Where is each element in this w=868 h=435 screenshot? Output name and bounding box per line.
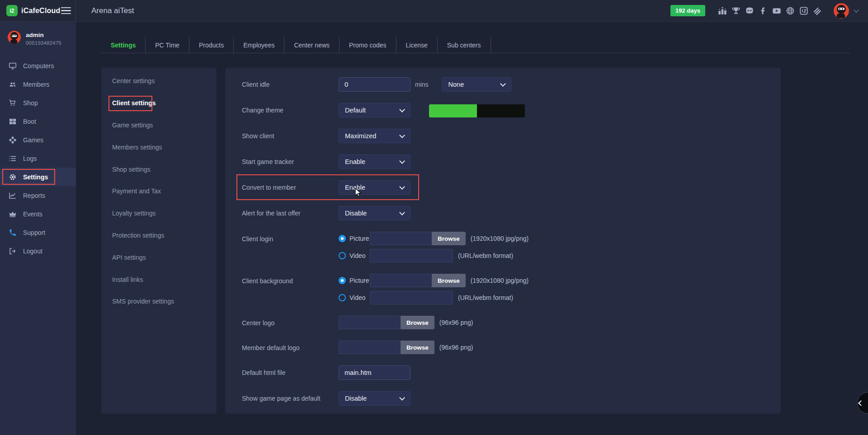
client-background-picture-input[interactable] (370, 274, 432, 287)
sidebar-item-reports[interactable]: Reports (0, 186, 76, 205)
sidebar-item-games[interactable]: Games (0, 131, 76, 149)
subnav-install-links[interactable]: Install links (101, 268, 217, 290)
discord-icon[interactable] (745, 6, 754, 15)
client-idle-input[interactable] (339, 77, 410, 92)
client-login-video-radio[interactable] (339, 252, 346, 259)
subnav-label: Client settings (112, 99, 156, 107)
page-title: Arena aiTest (91, 6, 134, 15)
subnav-payment-and-tax[interactable]: Payment and Tax (101, 180, 217, 202)
collapse-panel-button[interactable] (857, 392, 868, 414)
sidebar-item-settings[interactable]: Settings (0, 168, 76, 186)
trophy-icon[interactable] (731, 6, 741, 15)
field-label: Client idle (242, 77, 339, 88)
client-background-picture-browse-button[interactable]: Browse (432, 274, 466, 287)
convert-to-member-select[interactable]: Enable (339, 180, 410, 195)
field-label: Client background (242, 274, 339, 285)
sidebar-item-label: Events (23, 210, 42, 218)
center-logo-browse-button[interactable]: Browse (401, 316, 434, 329)
field-label: Center logo (242, 316, 339, 327)
client-idle-action-select[interactable]: None (442, 77, 511, 92)
cart-icon (9, 99, 17, 107)
client-login-picture-browse-button[interactable]: Browse (432, 232, 466, 245)
layers-icon[interactable] (813, 6, 822, 15)
format-note: (1920x1080 jpg/png) (471, 277, 528, 284)
show-game-page-select[interactable]: Disable (339, 391, 410, 406)
tab-settings[interactable]: Settings (101, 37, 146, 53)
subnav-label: Center settings (112, 77, 155, 84)
client-login-picture-input[interactable] (370, 232, 432, 245)
sidebar-item-members[interactable]: Members (0, 75, 76, 94)
subnav-loyalty-settings[interactable]: Loyalty settings (101, 202, 217, 225)
sidebar-item-events[interactable]: Events (0, 205, 76, 223)
row-default-html-file: Default html file (242, 365, 767, 380)
client-background-video-radio[interactable] (339, 294, 346, 301)
field-label: Client login (242, 232, 339, 243)
select-value: Enable (345, 184, 365, 191)
sidebar-user[interactable]: admin 005193482475 (0, 22, 76, 50)
client-login-video-input[interactable] (370, 249, 453, 262)
chevron-down-icon[interactable] (854, 7, 859, 12)
sidebar-item-support[interactable]: Support (0, 223, 76, 242)
start-game-tracker-select[interactable]: Enable (339, 154, 410, 169)
chart-icon (9, 192, 17, 200)
client-login-picture-radio[interactable] (339, 235, 346, 242)
logo-text: iCafeCloud (21, 7, 60, 15)
gamepad-icon (9, 136, 17, 144)
sidebar-item-logout[interactable]: Logout (0, 242, 76, 260)
facebook-icon[interactable] (759, 6, 768, 15)
subnav-label: Game settings (112, 122, 153, 129)
client-background-video-input[interactable] (370, 291, 453, 304)
center-logo-input[interactable] (339, 316, 401, 329)
member-default-logo-browse-button[interactable]: Browse (401, 341, 434, 354)
license-days-badge[interactable]: 192 days (670, 5, 705, 16)
subnav-center-settings[interactable]: Center settings (101, 70, 217, 92)
user-avatar[interactable] (834, 3, 849, 19)
icafecloud-icon[interactable] (799, 6, 808, 15)
tab-products[interactable]: Products (189, 37, 234, 53)
hamburger-menu-icon[interactable] (61, 5, 71, 16)
format-note: (URL/webm format) (458, 294, 513, 301)
crown-icon (9, 210, 17, 218)
row-show-client: Show client Maximized (242, 129, 767, 143)
user-id: 005193482475 (26, 40, 61, 46)
subnav-shop-settings[interactable]: Shop settings (101, 158, 217, 180)
member-default-logo-input[interactable] (339, 341, 401, 354)
youtube-icon[interactable] (772, 6, 781, 15)
subnav-label: Payment and Tax (112, 187, 161, 195)
sidebar-item-boot[interactable]: Boot (0, 112, 76, 131)
topbar-icons (718, 6, 822, 15)
tab-sub-centers[interactable]: Sub centers (438, 37, 491, 53)
tab-center-news[interactable]: Center news (284, 37, 340, 53)
subnav-protection-settings[interactable]: Protection settings (101, 225, 217, 247)
change-theme-select[interactable]: Default (339, 103, 410, 117)
tab-license[interactable]: License (396, 37, 438, 53)
globe-icon[interactable] (786, 6, 795, 15)
subnav-client-settings[interactable]: Client settings (101, 92, 217, 114)
tab-pc-time[interactable]: PC Time (146, 37, 189, 53)
client-settings-form-panel: Client idle mins None Change theme Defau… (225, 68, 781, 414)
subnav-sms-provider-settings[interactable]: SMS provider settings (101, 290, 217, 313)
select-value: Enable (345, 158, 365, 165)
brand: i2 iCafeCloud (0, 0, 76, 22)
field-label: Alert for the last offer (242, 206, 339, 217)
tab-employees[interactable]: Employees (234, 37, 284, 53)
phone-icon (9, 229, 17, 237)
subnav-members-settings[interactable]: Members settings (101, 136, 217, 158)
subnav-api-settings[interactable]: API settings (101, 246, 217, 268)
client-background-picture-radio[interactable] (339, 277, 346, 284)
theme-color-preview (429, 104, 525, 117)
tab-promo-codes[interactable]: Promo codes (340, 37, 396, 53)
alert-last-offer-select[interactable]: Disable (339, 206, 410, 220)
ranking-icon[interactable] (718, 6, 727, 15)
default-html-file-input[interactable] (339, 365, 410, 380)
sidebar-item-shop[interactable]: Shop (0, 94, 76, 112)
sidebar-item-computers[interactable]: Computers (0, 56, 76, 75)
subnav-label: Install links (112, 276, 143, 283)
show-client-select[interactable]: Maximized (339, 129, 410, 143)
subnav-game-settings[interactable]: Game settings (101, 114, 217, 136)
sidebar-item-logs[interactable]: Logs (0, 149, 76, 168)
row-change-theme: Change theme Default (242, 103, 767, 117)
format-note: (1920x1080 jpg/png) (471, 235, 528, 242)
radio-label: Picture (349, 277, 369, 284)
icafecloud-logo-icon: i2 (6, 5, 18, 16)
